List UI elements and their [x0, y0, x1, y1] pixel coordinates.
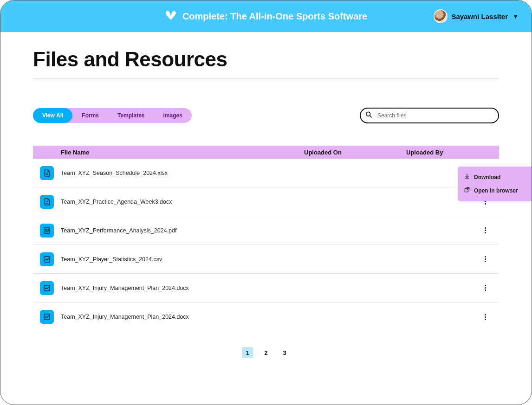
pagination: 1 2 3 [33, 347, 499, 358]
row-actions-button[interactable] [482, 282, 489, 294]
table-row[interactable]: Team_XYZ_Player_Statistics_2024.csv [33, 245, 499, 274]
page-title: Files and Resources [33, 48, 499, 71]
file-type-icon [40, 166, 54, 180]
row-actions-button[interactable] [482, 253, 489, 265]
table-row[interactable]: Team_XYZ_Practice_Agenda_Week3.docx [33, 187, 499, 216]
logo-icon [165, 11, 177, 22]
download-icon [464, 173, 470, 181]
context-menu: Download Open in browser [458, 167, 532, 201]
file-name: Team_XYZ_Injury_Management_Plan_2024.doc… [61, 285, 471, 291]
file-list: Team_XYZ_Season_Schedule_2024.xlsx Team_… [33, 159, 499, 331]
file-type-icon [40, 195, 54, 209]
file-name: Team_XYZ_Injury_Management_Plan_2024.doc… [61, 314, 471, 320]
file-type-icon [40, 252, 54, 266]
menu-download-label: Download [474, 174, 500, 180]
table-header: File Name Uploaded On Uploaded By [33, 146, 499, 159]
table-row[interactable]: Team_XYZ_Season_Schedule_2024.xlsx [33, 159, 499, 187]
table-row[interactable]: Team_XYZ_Injury_Management_Plan_2024.doc… [33, 302, 499, 331]
tab-templates[interactable]: Templates [108, 108, 154, 123]
file-name: Team_XYZ_Performance_Analysis_2024.pdf [61, 227, 471, 234]
external-icon [464, 186, 470, 194]
app-window: Complete: The All-in-One Sports Software… [0, 0, 532, 405]
file-type-icon [40, 310, 54, 324]
menu-open-browser[interactable]: Open in browser [463, 184, 527, 197]
file-name: Team_XYZ_Player_Statistics_2024.csv [61, 256, 471, 263]
user-name: Sayawni Lassiter [451, 13, 508, 20]
toolbar: View All Forms Templates Images [33, 108, 499, 123]
menu-download[interactable]: Download [463, 170, 527, 184]
file-name: Team_XYZ_Practice_Agenda_Week3.docx [61, 199, 471, 205]
page-1[interactable]: 1 [242, 347, 253, 358]
tab-forms[interactable]: Forms [72, 108, 108, 123]
page-2[interactable]: 2 [260, 347, 272, 358]
topbar: Complete: The All-in-One Sports Software… [0, 0, 532, 32]
page-3[interactable]: 3 [279, 347, 290, 358]
col-uploaded-on: Uploaded On [304, 149, 406, 156]
col-uploaded-by: Uploaded By [406, 149, 499, 156]
menu-open-browser-label: Open in browser [474, 187, 518, 194]
tab-images[interactable]: Images [154, 108, 192, 123]
user-menu[interactable]: Sayawni Lassiter ▼ [434, 9, 519, 23]
filter-tabs: View All Forms Templates Images [33, 108, 192, 123]
table-row[interactable]: Team_XYZ_Injury_Management_Plan_2024.doc… [33, 274, 499, 302]
search-icon [365, 111, 372, 120]
app-title: Complete: The All-in-One Sports Software [182, 11, 367, 22]
avatar [434, 9, 448, 23]
files-table: File Name Uploaded On Uploaded By Team_X… [33, 146, 499, 331]
main-content: Files and Resources View All Forms Templ… [0, 32, 532, 367]
search-input[interactable] [360, 108, 499, 123]
chevron-down-icon: ▼ [513, 13, 519, 20]
svg-line-1 [370, 116, 371, 117]
divider [33, 78, 499, 79]
file-type-icon [40, 281, 54, 295]
svg-point-0 [366, 112, 370, 116]
search-wrap [360, 108, 499, 123]
svg-rect-7 [45, 229, 48, 231]
tab-view-all[interactable]: View All [33, 108, 72, 123]
file-type-icon [40, 224, 54, 238]
col-file-name: File Name [61, 149, 304, 156]
table-row[interactable]: Team_XYZ_Performance_Analysis_2024.pdf [33, 216, 499, 245]
brand: Complete: The All-in-One Sports Software [165, 11, 367, 22]
row-actions-button[interactable] [482, 225, 489, 236]
row-actions-button[interactable] [482, 311, 489, 323]
file-name: Team_XYZ_Season_Schedule_2024.xlsx [61, 170, 471, 176]
